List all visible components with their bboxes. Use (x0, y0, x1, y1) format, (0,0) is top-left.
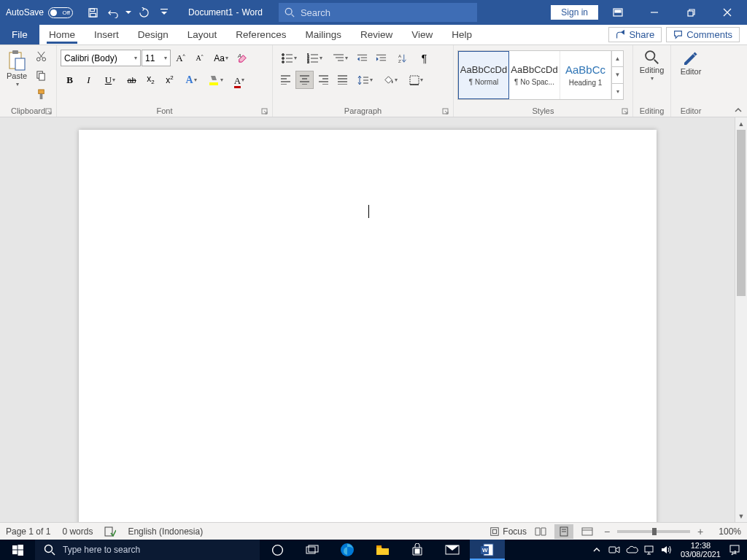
read-mode-button[interactable] (531, 524, 550, 539)
tab-design[interactable]: Design (128, 25, 178, 44)
copy-button[interactable] (32, 66, 50, 85)
subscript-button[interactable]: x2 (142, 71, 160, 89)
vertical-scrollbar[interactable]: ▲ ▼ (735, 117, 747, 522)
comments-button[interactable]: Comments (666, 27, 740, 42)
spellcheck-icon[interactable] (104, 526, 116, 537)
collapse-ribbon-icon[interactable] (734, 106, 743, 114)
bold-button[interactable]: B (61, 71, 79, 89)
explorer-icon[interactable] (365, 540, 400, 560)
maximize-icon[interactable] (674, 0, 708, 25)
tab-review[interactable]: Review (351, 25, 402, 44)
clear-format-button[interactable]: A (233, 49, 252, 67)
store-icon[interactable] (400, 540, 435, 560)
mail-icon[interactable] (435, 540, 470, 560)
align-left-button[interactable] (276, 71, 295, 89)
zoom-level[interactable]: 100% (711, 526, 741, 537)
web-layout-button[interactable] (578, 524, 597, 539)
tab-mailings[interactable]: Mailings (295, 25, 351, 44)
save-icon[interactable] (83, 0, 102, 25)
font-color-button[interactable]: A▾ (228, 71, 251, 89)
onedrive-icon[interactable] (624, 540, 640, 560)
network-icon[interactable] (641, 540, 657, 560)
strike-button[interactable]: ab (123, 71, 141, 89)
multilevel-button[interactable]: ▾ (328, 49, 352, 67)
cortana-icon[interactable] (260, 540, 295, 560)
focus-mode-button[interactable]: Focus (489, 526, 527, 537)
customize-qat-icon[interactable] (155, 0, 174, 25)
close-icon[interactable] (711, 0, 744, 25)
styles-row-down[interactable]: ▼ (612, 67, 623, 83)
tab-home[interactable]: Home (39, 25, 85, 44)
underline-button[interactable]: U▾ (98, 71, 122, 89)
format-painter-button[interactable] (32, 85, 50, 104)
start-button[interactable] (0, 540, 35, 560)
zoom-slider[interactable] (617, 530, 690, 533)
print-layout-button[interactable] (554, 524, 573, 539)
highlight-button[interactable]: ▾ (204, 71, 227, 89)
clipboard-launcher[interactable] (44, 106, 53, 115)
show-marks-button[interactable]: ¶ (415, 49, 433, 67)
notifications-icon[interactable]: 1 (727, 540, 743, 560)
autosave-toggle[interactable]: AutoSave Off (0, 7, 79, 18)
paragraph-launcher[interactable] (441, 106, 449, 115)
undo-dropdown-icon[interactable] (124, 0, 133, 25)
taskbar-search[interactable]: Type here to search (35, 540, 260, 560)
tab-help[interactable]: Help (442, 25, 481, 44)
clock[interactable]: 12:38 03/08/2021 (676, 541, 725, 559)
indent-button[interactable] (372, 49, 390, 67)
paste-button[interactable]: Paste ▾ (2, 47, 31, 101)
shrink-font-button[interactable]: A^ (190, 49, 209, 67)
scroll-up-icon[interactable]: ▲ (735, 117, 747, 130)
tab-references[interactable]: References (226, 25, 295, 44)
styles-launcher[interactable] (620, 106, 629, 115)
document-page[interactable] (79, 130, 657, 522)
tab-file[interactable]: File (0, 25, 39, 44)
grow-font-button[interactable]: A^ (171, 49, 190, 67)
font-name-combo[interactable]: Calibri (Body)▾ (61, 50, 141, 66)
shading-button[interactable]: ▾ (378, 71, 403, 89)
redo-icon[interactable] (134, 0, 153, 25)
cut-button[interactable] (32, 47, 50, 66)
meet-now-icon[interactable] (606, 540, 622, 560)
numbering-button[interactable]: 123▾ (302, 49, 327, 67)
word-icon[interactable]: W (470, 540, 505, 560)
style-normal[interactable]: AaBbCcDd¶ Normal (458, 51, 509, 99)
task-view-icon[interactable] (295, 540, 330, 560)
editor-button[interactable]: Editor (673, 47, 708, 101)
superscript-button[interactable]: x2 (160, 71, 179, 89)
search-box[interactable]: Search (279, 3, 477, 22)
zoom-knob[interactable] (652, 528, 657, 535)
align-center-button[interactable] (295, 71, 314, 89)
tab-insert[interactable]: Insert (85, 25, 128, 44)
style-nospacing[interactable]: AaBbCcDd¶ No Spac... (509, 51, 560, 99)
align-right-button[interactable] (314, 71, 333, 89)
scroll-thumb[interactable] (737, 130, 746, 296)
scroll-down-icon[interactable]: ▼ (735, 510, 747, 522)
volume-icon[interactable] (659, 540, 675, 560)
font-size-combo[interactable]: 11▾ (142, 50, 171, 66)
tab-layout[interactable]: Layout (178, 25, 227, 44)
bullets-button[interactable]: ▾ (276, 49, 301, 67)
styles-expand[interactable]: ▾ (612, 84, 623, 99)
tray-overflow-icon[interactable] (589, 540, 605, 560)
text-effects-button[interactable]: A▾ (179, 71, 203, 89)
line-spacing-button[interactable]: ▾ (352, 71, 377, 89)
signin-button[interactable]: Sign in (551, 5, 598, 20)
change-case-button[interactable]: Aa▾ (209, 49, 233, 67)
language-status[interactable]: English (Indonesia) (128, 526, 203, 537)
share-button[interactable]: Share (608, 27, 662, 42)
minimize-icon[interactable] (638, 0, 671, 25)
styles-row-up[interactable]: ▲ (612, 51, 623, 67)
sort-button[interactable]: AZ (391, 49, 414, 67)
editing-button[interactable]: Editing▾ (635, 47, 668, 101)
borders-button[interactable]: ▾ (403, 71, 428, 89)
word-count[interactable]: 0 words (62, 526, 93, 537)
outdent-button[interactable] (353, 49, 371, 67)
edge-icon[interactable] (330, 540, 365, 560)
toggle-switch[interactable]: Off (48, 7, 73, 18)
italic-button[interactable]: I (80, 71, 98, 89)
tab-view[interactable]: View (402, 25, 442, 44)
zoom-in-button[interactable]: + (694, 526, 706, 537)
justify-button[interactable] (333, 71, 352, 89)
ribbon-display-icon[interactable] (601, 0, 635, 25)
